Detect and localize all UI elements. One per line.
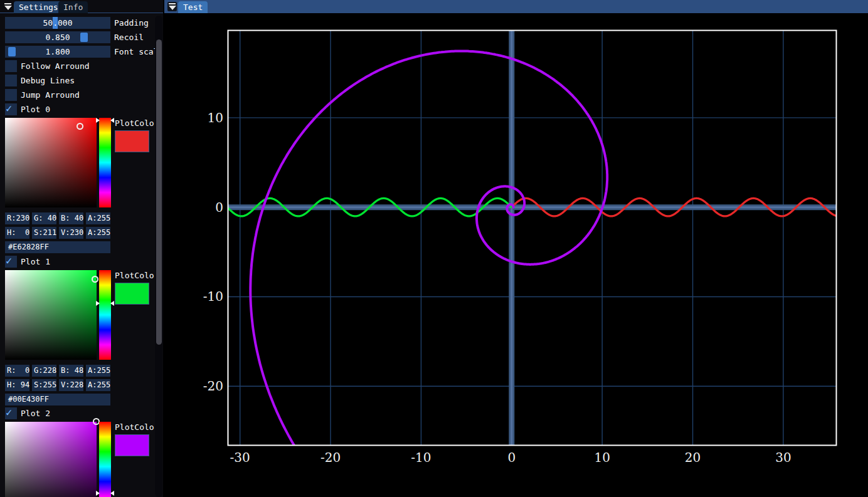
y-tick-label: -10 (203, 289, 223, 304)
plot-checkbox[interactable]: ✓ (5, 103, 17, 115)
checkbox-jump-arround-label: Jump Arround (21, 89, 80, 101)
sv-picker-marker[interactable] (92, 276, 98, 283)
recoil-value: 0.850 (5, 31, 110, 43)
saturation-value-picker[interactable] (5, 118, 97, 207)
tab-test[interactable]: Test (178, 1, 208, 13)
hue-arrow-right-icon (110, 491, 114, 496)
value-cell[interactable]: S:255 (32, 379, 56, 391)
hue-arrow-right-icon (110, 301, 114, 306)
value-cell[interactable]: S:211 (32, 227, 56, 239)
x-tick-label: 0 (507, 450, 516, 465)
recoil-label: Recoil (114, 31, 144, 43)
window-menu-icon (169, 3, 176, 4)
window-menu-icon (4, 3, 11, 4)
color-preview-swatch[interactable] (115, 130, 149, 152)
tab-info[interactable]: Info (58, 1, 88, 13)
scrollbar-grab[interactable] (156, 39, 162, 345)
font-scale-label: Font scal (114, 46, 158, 58)
x-tick-label: 10 (594, 450, 610, 465)
text-caret: . (53, 17, 58, 29)
recoil-slider[interactable]: 0.850 (5, 31, 110, 43)
collapse-arrow-icon (4, 6, 12, 10)
value-cell[interactable]: A:255 (86, 365, 110, 377)
settings-window: Settings Info 50.000 Padding 0.850 Recoi… (0, 0, 163, 497)
window-menu-button[interactable] (3, 2, 13, 11)
value-cell[interactable]: H: 94 (5, 379, 29, 391)
padding-label: Padding (114, 17, 149, 29)
checkbox-jump-arround[interactable]: ✓ (5, 89, 17, 101)
hue-arrow-left-icon (96, 118, 100, 123)
plot-border (228, 31, 837, 446)
checkbox-follow-arround-label: Follow Arround (21, 60, 90, 72)
hue-marker[interactable] (98, 118, 112, 123)
plot-color-label: PlotColor (115, 118, 159, 128)
plot-checkbox-label: Plot 2 (21, 407, 50, 419)
value-cell[interactable]: A:255 (86, 379, 110, 391)
hue-arrow-right-icon (110, 118, 114, 123)
saturation-value-picker[interactable] (5, 422, 97, 497)
hue-bar[interactable] (99, 422, 111, 497)
hue-marker[interactable] (98, 301, 112, 306)
plot-color-label: PlotColor (115, 422, 159, 432)
value-cell[interactable]: R:230 (5, 212, 29, 224)
app-root: Settings Info 50.000 Padding 0.850 Recoi… (0, 0, 868, 497)
value-cell[interactable]: G:228 (32, 365, 56, 377)
color-preview-swatch[interactable] (115, 283, 149, 305)
hue-marker[interactable] (98, 491, 112, 496)
value-cell[interactable]: B: 40 (59, 212, 83, 224)
window-menu-button[interactable] (167, 2, 177, 11)
checkbox-debug-lines-label: Debug Lines (21, 75, 75, 86)
checkbox-debug-lines[interactable]: ✓ (5, 75, 17, 86)
hue-arrow-left-icon (96, 491, 100, 496)
value-cell[interactable]: H: 0 (5, 227, 29, 239)
font-scale-slider[interactable]: 1.800 (5, 46, 110, 58)
hue-bar[interactable] (99, 270, 111, 360)
value-cell[interactable]: G: 40 (32, 212, 56, 224)
value-cell[interactable]: A:255 (86, 227, 110, 239)
plot-checkbox[interactable]: ✓ (5, 256, 17, 268)
tab-settings[interactable]: Settings (14, 1, 63, 13)
plot-checkbox[interactable]: ✓ (5, 407, 17, 419)
hex-value-field[interactable]: #E62828FF (5, 241, 110, 253)
plot-tabbar: Test (164, 0, 868, 13)
hex-value: #E62828FF (8, 243, 49, 251)
hex-value: #00E430FF (8, 395, 49, 404)
x-tick-label: -20 (320, 450, 341, 465)
padding-value: 50.000 (5, 17, 110, 29)
color-preview-swatch[interactable] (115, 434, 149, 456)
plot-window: Test -30-20-100102030100-10-20 (164, 0, 868, 497)
hue-bar[interactable] (99, 118, 111, 207)
value-cell[interactable]: R: 0 (5, 365, 29, 377)
plot-checkbox-label: Plot 1 (21, 256, 50, 268)
x-tick-label: 20 (685, 450, 701, 465)
value-cell[interactable]: B: 48 (59, 365, 83, 377)
saturation-value-picker[interactable] (5, 270, 97, 360)
hex-value-field[interactable]: #00E430FF (5, 394, 110, 405)
plot-checkbox-label: Plot 0 (21, 103, 50, 115)
value-cell[interactable]: V:228 (59, 379, 83, 391)
value-cell[interactable]: A:255 (86, 212, 110, 224)
check-icon: ✓ (6, 102, 12, 115)
font-scale-value: 1.800 (5, 46, 110, 58)
plot-canvas[interactable]: -30-20-100102030100-10-20 (164, 13, 868, 497)
plot-color-label: PlotColor (115, 271, 159, 280)
check-icon: ✓ (6, 254, 12, 267)
settings-tabbar: Settings Info (0, 0, 163, 13)
checkbox-follow-arround[interactable]: ✓ (5, 60, 17, 72)
y-tick-label: 10 (208, 110, 223, 125)
hue-arrow-left-icon (96, 301, 100, 306)
y-tick-label: -20 (203, 379, 223, 394)
y-tick-label: 0 (215, 200, 223, 215)
x-tick-label: -10 (411, 450, 431, 465)
x-tick-label: -30 (230, 450, 250, 465)
collapse-arrow-icon (169, 6, 176, 10)
scrollbar[interactable] (155, 16, 162, 497)
x-tick-label: 30 (775, 450, 791, 465)
value-cell[interactable]: V:230 (59, 227, 83, 239)
check-icon: ✓ (6, 406, 12, 419)
padding-drag[interactable]: 50.000 (5, 17, 110, 29)
sv-picker-marker[interactable] (77, 123, 83, 130)
